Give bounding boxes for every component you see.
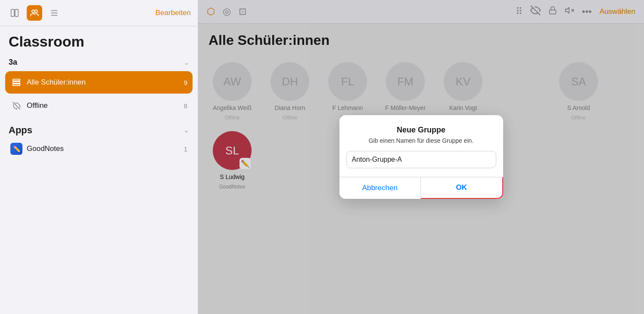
- list-icon[interactable]: [47, 5, 62, 21]
- apps-chevron-icon: ⌄: [184, 127, 189, 134]
- sidebar-toggle-icon[interactable]: [7, 5, 22, 21]
- students-icon: [10, 76, 22, 88]
- chevron-down-icon: ⌄: [184, 59, 189, 66]
- people-icon[interactable]: [27, 5, 42, 21]
- dialog-input-wrapper: [339, 151, 503, 177]
- apps-items-section: ✏️ GoodNotes 1: [0, 138, 198, 161]
- sidebar: Bearbeiten Classroom 3a ⌄ Alle Schüler:i…: [0, 0, 198, 314]
- goodnotes-count: 1: [184, 145, 187, 153]
- svg-point-3: [34, 10, 37, 13]
- group-name-input[interactable]: [346, 151, 496, 168]
- goodnotes-icon: ✏️: [10, 143, 22, 155]
- dialog-title: Neue Gruppe: [339, 126, 503, 135]
- apps-section-header: Apps ⌄: [0, 118, 198, 138]
- apps-section-title: Apps: [9, 125, 32, 136]
- class-section: 3a ⌄ Alle Schüler:innen 9: [0, 53, 198, 118]
- sidebar-toolbar: Bearbeiten: [0, 0, 198, 26]
- offline-icon: [10, 100, 22, 112]
- svg-rect-8: [13, 82, 20, 83]
- all-students-count: 9: [184, 79, 187, 86]
- dialog-overlay: Neue Gruppe Gib einen Namen für diese Gr…: [198, 0, 644, 314]
- sidebar-title: Classroom: [0, 26, 198, 53]
- ok-button[interactable]: OK: [421, 177, 503, 199]
- svg-rect-1: [15, 9, 18, 17]
- class-name: 3a: [9, 58, 17, 67]
- svg-rect-7: [13, 79, 20, 81]
- svg-point-2: [32, 10, 34, 13]
- svg-rect-0: [11, 9, 14, 17]
- edit-button[interactable]: Bearbeiten: [156, 9, 191, 17]
- all-students-label: Alle Schüler:innen: [27, 78, 184, 87]
- cancel-button[interactable]: Abbrechen: [339, 177, 421, 199]
- sidebar-item-goodnotes[interactable]: ✏️ GoodNotes 1: [5, 138, 193, 160]
- sidebar-item-offline[interactable]: Offline 8: [5, 94, 193, 117]
- sidebar-item-all-students[interactable]: Alle Schüler:innen 9: [5, 71, 193, 94]
- dialog-subtitle: Gib einen Namen für diese Gruppe ein.: [339, 135, 503, 151]
- offline-count: 8: [184, 102, 187, 110]
- main-content: ⬡ ◎ ⊡ ⠿: [198, 0, 644, 314]
- svg-point-10: [16, 108, 17, 109]
- goodnotes-label: GoodNotes: [27, 144, 184, 153]
- svg-rect-9: [13, 84, 20, 86]
- neue-gruppe-dialog: Neue Gruppe Gib einen Namen für diese Gr…: [339, 115, 503, 199]
- class-header[interactable]: 3a ⌄: [5, 53, 193, 71]
- dialog-buttons: Abbrechen OK: [339, 177, 503, 199]
- offline-label: Offline: [27, 101, 184, 110]
